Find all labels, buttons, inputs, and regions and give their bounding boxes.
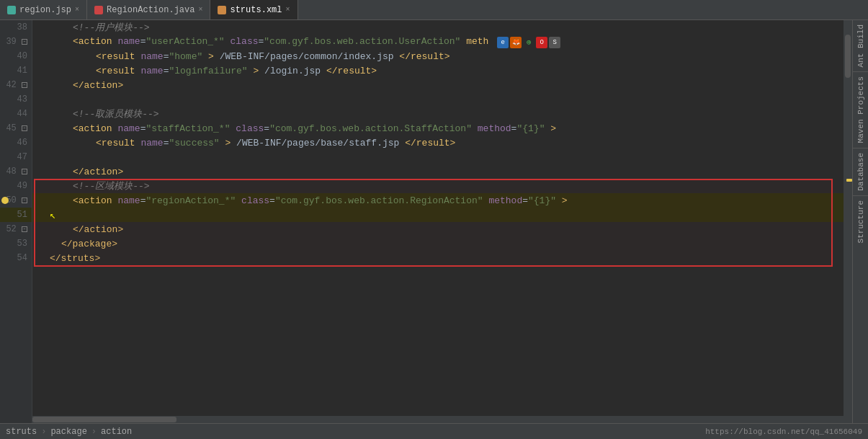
database-panel[interactable]: Database (855, 148, 867, 195)
code-line-39: <action name="userAction_*" class="com.g… (32, 35, 844, 49)
line-num-48: 48 - (0, 164, 32, 179)
line-num-50: 50 - (0, 193, 32, 208)
code-content-40: <result name="home" > /WEB-INF/pages/com… (96, 51, 450, 62)
safari-icon: S (549, 37, 560, 48)
code-line-54: </struts> (32, 251, 844, 265)
code-line-44: <!--取派员模块--> (32, 107, 844, 121)
code-content-41: <result name="loginfailure" > /login.jsp… (96, 66, 377, 76)
line-num-49: 49 (0, 179, 32, 193)
code-content-48: </action> (73, 167, 123, 177)
code-line-42: </action> (32, 78, 844, 92)
code-line-43 (32, 92, 844, 107)
code-content-42: </action> (73, 80, 123, 91)
code-area[interactable]: <!--用户模块--> <action name="userAction_*" … (32, 20, 844, 423)
code-content-53: </package> (61, 239, 117, 249)
code-line-40: <result name="home" > /WEB-INF/pages/com… (32, 49, 844, 63)
line-numbers: 38 39 - 40 41 42 - 43 44 45 - 46 47 48 -… (0, 20, 32, 423)
code-line-48: </action> (32, 164, 844, 179)
fold-icon-39[interactable]: - (22, 39, 27, 45)
line-num-39: 39 - (0, 35, 32, 49)
status-url: https://blog.csdn.net/qq_41656049 (705, 427, 862, 436)
tab-close-icon[interactable]: × (198, 6, 202, 14)
java-icon (94, 6, 103, 14)
breadcrumb-package: package (50, 427, 86, 437)
tab-region-jsp[interactable]: region.jsp × (0, 0, 87, 19)
fold-icon-52[interactable]: - (22, 226, 27, 232)
tab-struts-xml[interactable]: struts.xml × (210, 0, 297, 19)
line-num-52: 52 - (0, 222, 32, 236)
ie-icon: e (497, 37, 509, 48)
line-num-41: 41 (0, 63, 32, 78)
fold-icon-42[interactable]: - (22, 82, 27, 88)
code-content-49: <!--区域模块--> (73, 179, 150, 192)
code-line-46: <result name="success" > /WEB-INF/pages/… (32, 136, 844, 150)
tab-label: struts.xml (230, 5, 282, 15)
tab-label: region.jsp (19, 5, 71, 15)
line-num-44: 44 (0, 107, 32, 121)
code-line-45: <action name="staffAction_*" class="com.… (32, 121, 844, 136)
code-content-45: <action name="staffAction_*" class="com.… (73, 123, 556, 134)
code-line-49: <!--区域模块--> (32, 179, 844, 193)
code-line-50: <action name="regionAction_*" class="com… (32, 193, 844, 208)
h-scroll-thumb[interactable] (32, 417, 176, 422)
breadcrumb-sep-1: › (41, 427, 46, 437)
code-content-50: <action name="regionAction_*" class="com… (73, 195, 568, 206)
line-num-53: 53 (0, 236, 32, 251)
structure-panel[interactable]: Structure (855, 196, 867, 247)
line-num-38: 38 (0, 20, 32, 35)
breadcrumb-sep-2: › (91, 427, 97, 437)
line-num-43: 43 (0, 92, 32, 107)
code-content-54: </struts> (50, 253, 100, 264)
scroll-marker (846, 179, 852, 182)
maven-projects-panel[interactable]: Maven Projects (855, 72, 867, 147)
tab-close-icon[interactable]: × (75, 6, 79, 14)
code-line-51: ↖ (32, 208, 844, 222)
fold-icon-48[interactable]: - (22, 169, 27, 174)
code-content-44: <!--取派员模块--> (73, 107, 159, 120)
tab-label: RegionAction.java (107, 5, 194, 15)
code-line-41: <result name="loginfailure" > /login.jsp… (32, 63, 844, 78)
code-line-52: </action> (32, 222, 844, 236)
code-content-52: </action> (73, 224, 123, 235)
line-num-40: 40 (0, 49, 32, 63)
fold-icon-50[interactable]: - (22, 198, 27, 203)
line-num-51: 51 (0, 208, 32, 222)
ant-build-panel[interactable]: Ant Build (855, 20, 867, 71)
editor-container: 38 39 - 40 41 42 - 43 44 45 - 46 47 48 -… (0, 20, 868, 423)
xml-icon (218, 6, 226, 14)
breadcrumb-action: action (101, 427, 132, 437)
horizontal-scrollbar[interactable] (32, 416, 844, 423)
line-num-45: 45 - (0, 121, 32, 136)
tab-region-action[interactable]: RegionAction.java × (87, 0, 210, 19)
code-content-46: <result name="success" > /WEB-INF/pages/… (96, 138, 455, 148)
firefox-icon: 🦊 (510, 37, 522, 48)
line-num-47: 47 (0, 150, 32, 164)
code-lines: <!--用户模块--> <action name="userAction_*" … (32, 20, 844, 265)
right-panel: Ant Build Maven Projects Database Struct… (852, 20, 868, 423)
tab-close-icon[interactable]: × (285, 6, 290, 14)
cursor-indicator: ↖ (50, 209, 55, 221)
bookmark-50 (1, 197, 9, 204)
breadcrumb-struts: struts (6, 427, 37, 437)
v-scroll-thumb[interactable] (845, 35, 851, 78)
line-num-42: 42 - (0, 78, 32, 92)
tab-bar: region.jsp × RegionAction.java × struts.… (0, 0, 868, 20)
chrome-icon: ⊕ (523, 37, 534, 48)
fold-icon-45[interactable]: - (22, 125, 27, 131)
line-num-46: 46 (0, 136, 32, 150)
vertical-scrollbar[interactable] (844, 20, 852, 423)
code-content-38: <!--用户模块--> (73, 21, 150, 34)
status-bar: struts › package › action https://blog.c… (0, 423, 868, 439)
code-line-47 (32, 150, 844, 164)
line-num-54: 54 (0, 251, 32, 265)
jsp-icon (7, 6, 16, 14)
code-line-53: </package> (32, 236, 844, 251)
code-line-38: <!--用户模块--> (32, 20, 844, 35)
browser-icons: e 🦊 ⊕ O S (497, 37, 560, 48)
code-content-39: <action name="userAction_*" class="com.g… (73, 36, 560, 48)
opera-icon: O (536, 37, 547, 48)
